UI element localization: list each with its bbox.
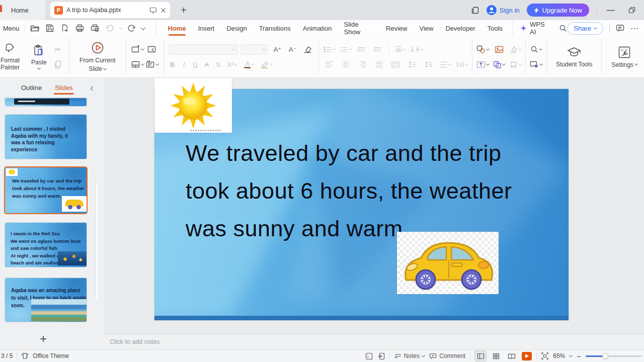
reading-view-button[interactable]	[506, 351, 517, 361]
print-icon[interactable]	[74, 23, 86, 34]
search-icon[interactable]	[559, 24, 567, 32]
minimize-button[interactable]: —	[604, 4, 618, 17]
slide-thumbnail-2[interactable]: Last summer , I visited Aqaba with my fa…	[5, 115, 87, 159]
sun-image[interactable]	[154, 78, 232, 133]
home-tab[interactable]: Home	[0, 0, 46, 20]
save-icon[interactable]	[44, 23, 55, 34]
upgrade-now-button[interactable]: Upgrade Now	[527, 4, 590, 17]
zoom-slider-handle[interactable]	[602, 353, 608, 359]
redo-icon[interactable]	[126, 23, 137, 34]
comment-button[interactable]: Comment	[429, 352, 465, 359]
document-tab[interactable]: P A trip to Aqaba.pptx	[50, 2, 170, 18]
align-right-button	[356, 59, 368, 70]
wps-ai-button[interactable]: WPS AI	[512, 21, 552, 36]
open-file-icon[interactable]	[29, 23, 40, 34]
slide-4-thumb-fish-image	[58, 251, 87, 265]
clear-formatting-icon[interactable]	[301, 44, 313, 55]
sidebar-scrollbar[interactable]	[96, 181, 99, 302]
add-slide-button[interactable]: +	[36, 332, 50, 346]
theme-label[interactable]: Office Theme	[33, 352, 69, 359]
export-pdf-icon[interactable]	[59, 23, 70, 34]
selection-pane-button[interactable]	[530, 59, 542, 70]
zoom-out-button[interactable]: −	[577, 352, 581, 360]
collapse-panel-icon[interactable]: ‹	[91, 81, 93, 94]
toolbar-options-icon[interactable]	[140, 25, 145, 30]
font-family-select[interactable]	[169, 44, 238, 55]
slide-canvas-area[interactable]: We traveled by car and the trip took abo…	[104, 78, 644, 334]
slides-tab[interactable]: Slides	[54, 81, 73, 95]
paste-button[interactable]: Paste	[28, 42, 50, 72]
from-current-slide-label-1: From Current	[79, 57, 115, 64]
student-tools-label: Student Tools	[556, 61, 593, 68]
format-painter-label: Format Painter	[0, 57, 23, 71]
settings-button[interactable]: Settings	[605, 36, 644, 77]
slideshow-play-button[interactable]	[522, 352, 532, 360]
tab-tools[interactable]: Tools	[484, 22, 506, 35]
paste-dropdown-icon	[37, 66, 41, 69]
jump-to-slide-icon[interactable]	[377, 352, 385, 360]
insert-picture-button[interactable]	[493, 44, 505, 55]
slide-layout-button[interactable]	[131, 59, 144, 70]
increase-paragraph-spacing-button	[406, 59, 418, 70]
find-button[interactable]	[530, 44, 542, 55]
student-tools-button[interactable]: Student Tools	[550, 36, 598, 77]
font-size-select[interactable]	[241, 44, 268, 55]
tab-design[interactable]: Design	[223, 22, 250, 35]
tab-preview-icon[interactable]	[149, 7, 157, 14]
section-button[interactable]	[146, 59, 158, 70]
new-tab-button[interactable]: +	[177, 4, 190, 17]
tab-developer[interactable]: Developer	[442, 22, 478, 35]
tab-home[interactable]: Home	[165, 22, 190, 35]
normal-view-button[interactable]	[475, 351, 486, 361]
quick-access-toolbar	[25, 23, 149, 34]
outline-tab[interactable]: Outline	[20, 81, 43, 95]
new-slide-button[interactable]	[131, 44, 144, 55]
slide-5-thumb-beach-image	[31, 299, 87, 321]
increase-font-button[interactable]: A⁺	[271, 44, 283, 55]
menu-button[interactable]: Menu	[0, 25, 25, 32]
close-tab-icon[interactable]	[160, 8, 166, 13]
car-image[interactable]	[397, 232, 499, 294]
from-current-slide-button[interactable]: From Current Slide	[74, 39, 121, 74]
slide-body-text[interactable]: We traveled by car and the trip took abo…	[186, 134, 512, 247]
slide-thumbnail-3[interactable]: We traveled by car and the trip took abo…	[5, 167, 87, 213]
menubar: Menu	[0, 20, 644, 36]
tab-slide-show[interactable]: Slide Show	[341, 18, 377, 38]
slide-1-title-bar	[14, 99, 69, 105]
notes-panel[interactable]: Click to add notes	[104, 334, 644, 349]
insert-textbox-button[interactable]	[476, 59, 489, 70]
share-button[interactable]: Share	[567, 22, 603, 35]
settings-wrench-icon	[618, 46, 631, 59]
presentation-file-icon: P	[54, 6, 63, 15]
multi-window-icon[interactable]	[471, 6, 479, 15]
slide-thumbnail-4[interactable]: I swam in the Red Sea We went on aglass …	[5, 223, 87, 267]
tab-animation[interactable]: Animation	[299, 22, 336, 35]
zoom-dropdown-icon[interactable]	[569, 353, 573, 357]
reset-slide-button[interactable]	[146, 44, 158, 55]
slide-thumbnail-5[interactable]: Aqaba was an amazing place to visit, I h…	[5, 278, 87, 322]
sign-in-button[interactable]: Sign in	[487, 5, 520, 15]
cut-button: ✂	[52, 44, 64, 55]
more-options-button[interactable]: ⋯	[630, 24, 639, 33]
decrease-font-button[interactable]: A⁻	[286, 44, 298, 55]
zoom-slider[interactable]	[586, 355, 642, 357]
slide-notes-toggle-icon[interactable]	[365, 352, 373, 360]
notes-button[interactable]: Notes	[394, 352, 425, 359]
tab-transitions[interactable]: Transitions	[256, 22, 294, 35]
fit-slide-icon[interactable]	[541, 352, 548, 359]
zoom-value[interactable]: 65%	[553, 352, 565, 359]
insert-shape-button[interactable]	[476, 44, 489, 55]
comment-panel-icon[interactable]	[616, 24, 624, 32]
shape-effects-button	[509, 59, 521, 70]
settings-dropdown-icon	[634, 62, 638, 66]
arrange-button[interactable]	[493, 59, 505, 70]
corner-app-icon	[0, 5, 2, 12]
slide-thumbnail-1[interactable]	[5, 98, 87, 106]
tab-insert[interactable]: Insert	[195, 22, 218, 35]
slide-sorter-view-button[interactable]	[491, 351, 502, 361]
undo-dropdown-icon	[119, 26, 122, 29]
restore-window-button[interactable]	[625, 4, 639, 17]
print-preview-icon[interactable]	[90, 23, 101, 34]
tab-review[interactable]: Review	[382, 22, 411, 35]
tab-view[interactable]: View	[416, 22, 437, 35]
